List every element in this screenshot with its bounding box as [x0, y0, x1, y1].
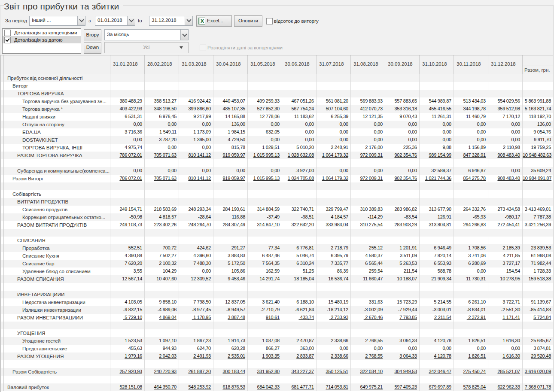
- cell-value[interactable]: 714 053,81: [317, 383, 351, 391]
- cell-value[interactable]: 681 477,71: [282, 383, 317, 391]
- cell-value[interactable]: -2 372,91: [454, 314, 488, 322]
- cell-value[interactable]: 919 059,97: [213, 152, 248, 159]
- cell-value[interactable]: 464 350,70: [145, 383, 179, 391]
- cell-value[interactable]: 902 354,76: [385, 175, 420, 182]
- cell-value[interactable]: 10 407,60: [145, 275, 179, 283]
- cell-value[interactable]: 1 028 632,08: [282, 152, 317, 159]
- cell-value[interactable]: 350 125,51: [317, 368, 351, 376]
- list-item-detail-date[interactable]: Деталізація за датою: [3, 36, 81, 43]
- cell-value[interactable]: 11 660,47: [351, 275, 385, 283]
- cell-value[interactable]: 705 071,63: [145, 152, 179, 159]
- cell-value[interactable]: 249 103,73: [110, 221, 145, 229]
- cell-value[interactable]: 9 453,46: [213, 275, 248, 283]
- cell-total[interactable]: 29 520,48: [523, 352, 553, 360]
- cell-value[interactable]: 548 253,92: [179, 383, 213, 391]
- cell-value[interactable]: 14 291,74: [248, 275, 282, 283]
- cell-value[interactable]: 12 309,52: [179, 275, 213, 283]
- detail-date-checkbox[interactable]: [4, 37, 11, 43]
- cell-value[interactable]: 2 338,66: [317, 352, 351, 360]
- cell-total[interactable]: 5 724,84: [523, 314, 553, 322]
- cell-value[interactable]: 4 120,78: [420, 352, 454, 360]
- cell-value[interactable]: 343 227,37: [282, 368, 317, 376]
- cell-total[interactable]: 3 616 020,09: [523, 368, 553, 376]
- cell-value[interactable]: -433,74: [282, 314, 317, 322]
- cell-value[interactable]: 333 984,04: [317, 221, 351, 229]
- cell-value[interactable]: 7 793,85: [385, 314, 420, 322]
- cell-value[interactable]: 2 768,55: [351, 352, 385, 360]
- cell-value[interactable]: 649 975,21: [351, 383, 385, 391]
- cell-value[interactable]: 11 730,31: [454, 275, 488, 283]
- refresh-button[interactable]: Оновити: [234, 15, 262, 27]
- cell-value[interactable]: 257 920,93: [110, 368, 145, 376]
- list-item-detail-concepts[interactable]: Деталізація за концепціями: [3, 29, 81, 36]
- cell-value[interactable]: 1 171,41: [488, 314, 523, 322]
- cell-value[interactable]: 1 903,35: [248, 352, 282, 360]
- cell-value[interactable]: 2 042,03: [145, 352, 179, 360]
- cell-value[interactable]: 1 826,51: [454, 352, 488, 360]
- cell-value[interactable]: 314 847,10: [248, 221, 282, 229]
- cell-value[interactable]: 285 521,07: [488, 368, 523, 376]
- cell-value[interactable]: 304 949,53: [385, 368, 420, 376]
- cell-value[interactable]: 1 015 995,13: [248, 175, 282, 182]
- cell-value[interactable]: 908 483,40: [488, 175, 523, 182]
- cell-value[interactable]: 12 567,14: [110, 275, 145, 283]
- move-up-button[interactable]: Вгору: [84, 29, 101, 41]
- cell-value[interactable]: 908 483,40: [488, 152, 523, 159]
- cell-value[interactable]: 3 064,33: [385, 352, 420, 360]
- cell-value[interactable]: 578 825,04: [454, 383, 488, 391]
- cell-value[interactable]: 679 697,89: [420, 383, 454, 391]
- detail-concepts-checkbox[interactable]: [4, 30, 11, 36]
- cell-value[interactable]: 2 211,54: [420, 314, 454, 322]
- date-from-select[interactable]: 01.01.2018: [95, 16, 135, 26]
- cell-value[interactable]: 919 059,97: [213, 175, 248, 182]
- period-select[interactable]: Інший ...: [29, 16, 85, 26]
- cell-value[interactable]: 847 328,91: [454, 152, 488, 159]
- cell-value[interactable]: 2 491,93: [179, 352, 213, 360]
- chevron-down-icon[interactable]: [77, 16, 85, 25]
- cell-value[interactable]: 597 405,23: [385, 383, 420, 391]
- cell-value[interactable]: -1 178,95: [179, 314, 213, 322]
- cell-total[interactable]: 10 984 091,87: [523, 175, 553, 182]
- chevron-down-icon[interactable]: [180, 30, 188, 40]
- cell-value[interactable]: 1 064 179,32: [317, 175, 351, 182]
- interval-select[interactable]: За місяць: [104, 29, 189, 40]
- cell-value[interactable]: 313 804,81: [420, 221, 454, 229]
- cell-value[interactable]: -2 733,93: [317, 314, 351, 322]
- cell-total[interactable]: 10 948 482,63: [523, 152, 553, 159]
- cell-value[interactable]: 989 154,99: [420, 152, 454, 159]
- cell-value[interactable]: 2 833,87: [282, 352, 317, 360]
- cell-value[interactable]: 16 536,74: [317, 275, 351, 283]
- cell-value[interactable]: 223 402,26: [145, 221, 179, 229]
- cell-value[interactable]: 261 887,20: [179, 368, 213, 376]
- cell-value[interactable]: 283 903,28: [385, 221, 420, 229]
- cell-total[interactable]: 159 518,38: [523, 275, 553, 283]
- cell-value[interactable]: 1 616,30: [488, 352, 523, 360]
- excel-export-button[interactable]: X Excel...: [196, 15, 232, 27]
- cell-value[interactable]: 910,61: [248, 314, 282, 322]
- cell-value[interactable]: 528 151,08: [110, 383, 145, 391]
- cell-value[interactable]: 810 141,12: [179, 175, 213, 182]
- cell-value[interactable]: 10 188,07: [385, 275, 420, 283]
- percent-checkbox[interactable]: [266, 18, 273, 24]
- cell-value[interactable]: 1 979,16: [110, 352, 145, 360]
- cell-value[interactable]: 1 024 705,08: [282, 175, 317, 182]
- cell-value[interactable]: -5 729,10: [110, 314, 145, 322]
- cell-value[interactable]: 786 072,01: [110, 152, 145, 159]
- cell-value[interactable]: 275 450,74: [454, 368, 488, 376]
- cell-value[interactable]: 972 009,31: [351, 175, 385, 182]
- cell-value[interactable]: 4 869,04: [145, 314, 179, 322]
- cell-value[interactable]: 618 876,53: [213, 383, 248, 391]
- cell-value[interactable]: 322 034,10: [351, 368, 385, 376]
- cell-value[interactable]: 786 072,01: [110, 175, 145, 182]
- cell-value[interactable]: 264 266,83: [454, 221, 488, 229]
- cell-value[interactable]: 272 454,41: [488, 221, 523, 229]
- cell-value[interactable]: 21 909,34: [420, 275, 454, 283]
- cell-value[interactable]: 972 009,31: [351, 152, 385, 159]
- cell-value[interactable]: 854 275,78: [454, 175, 488, 182]
- cell-value[interactable]: 902 354,76: [385, 152, 420, 159]
- cell-value[interactable]: 1 015 995,13: [248, 152, 282, 159]
- cell-value[interactable]: 1 021 744,36: [420, 175, 454, 182]
- chevron-down-icon[interactable]: [127, 16, 135, 25]
- cell-value[interactable]: 342 046,47: [420, 368, 454, 376]
- cell-value[interactable]: 248 264,70: [179, 221, 213, 229]
